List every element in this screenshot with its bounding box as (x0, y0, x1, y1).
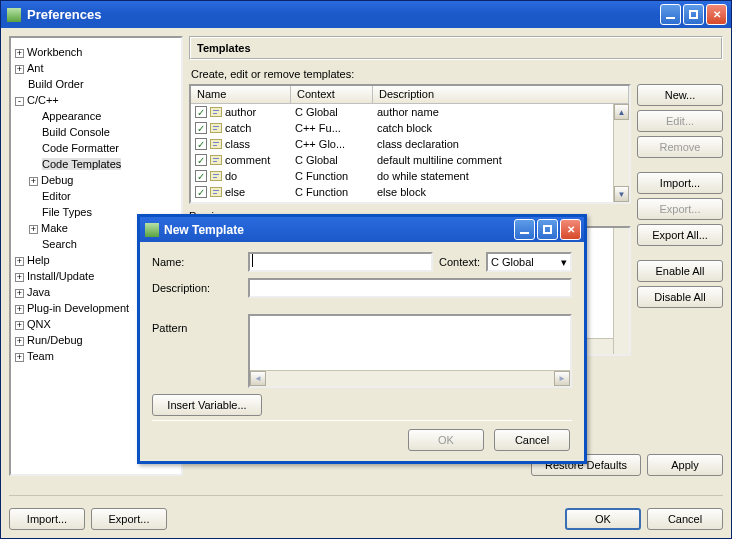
context-select[interactable]: C Global ▾ (486, 252, 572, 272)
export-all-button[interactable]: Export All... (637, 224, 723, 246)
tree-item[interactable]: Java (27, 286, 50, 298)
checkbox[interactable]: ✓ (195, 138, 207, 150)
dialog-cancel-button[interactable]: Cancel (494, 429, 570, 451)
template-description: class declaration (373, 138, 629, 150)
template-context: C++ Fu... (291, 122, 373, 134)
ok-button[interactable]: OK (565, 508, 641, 530)
tree-item[interactable]: Help (27, 254, 50, 266)
pattern-textarea[interactable]: ◄ ► (248, 314, 572, 388)
tree-item[interactable]: Ant (27, 62, 44, 74)
dialog-maximize-button[interactable] (537, 219, 558, 240)
tree-item[interactable]: Team (27, 350, 54, 362)
template-context: C Function (291, 186, 373, 198)
template-icon (210, 123, 222, 133)
context-select-value: C Global (491, 256, 534, 268)
expander-icon[interactable]: + (15, 321, 24, 330)
insert-variable-button[interactable]: Insert Variable... (152, 394, 262, 416)
tree-item[interactable]: Workbench (27, 46, 82, 58)
template-icon (210, 139, 222, 149)
table-row[interactable]: ✓doC Functiondo while statement (191, 168, 629, 184)
tree-item[interactable]: Run/Debug (27, 334, 83, 346)
tree-item[interactable]: Build Console (42, 126, 110, 138)
tree-item[interactable]: QNX (27, 318, 51, 330)
expander-icon[interactable]: + (15, 49, 24, 58)
scroll-left-icon[interactable]: ◄ (250, 371, 266, 386)
templates-table[interactable]: Name Context Description ✓authorC Global… (189, 84, 631, 204)
tree-item[interactable]: Editor (42, 190, 71, 202)
dialog-titlebar: New Template ✕ (140, 217, 584, 242)
export-templates-button[interactable]: Export... (637, 198, 723, 220)
tree-item[interactable]: Install/Update (27, 270, 94, 282)
cancel-button[interactable]: Cancel (647, 508, 723, 530)
table-row[interactable]: ✓commentC Globaldefault multiline commen… (191, 152, 629, 168)
edit-button[interactable]: Edit... (637, 110, 723, 132)
tree-item[interactable]: Code Templates (42, 158, 121, 170)
export-preferences-button[interactable]: Export... (91, 508, 167, 530)
template-name: else (225, 186, 245, 198)
page-subtitle: Create, edit or remove templates: (191, 68, 723, 80)
checkbox[interactable]: ✓ (195, 122, 207, 134)
table-row[interactable]: ✓classC++ Glo...class declaration (191, 136, 629, 152)
template-description: do while statement (373, 170, 629, 182)
expander-icon[interactable]: + (15, 337, 24, 346)
scroll-right-icon[interactable]: ► (554, 371, 570, 386)
dialog-app-icon (145, 223, 159, 237)
apply-button[interactable]: Apply (647, 454, 723, 476)
tree-item[interactable]: Build Order (28, 78, 84, 90)
col-header-context[interactable]: Context (291, 86, 373, 103)
name-input[interactable] (248, 252, 433, 272)
template-name: comment (225, 154, 270, 166)
expander-icon[interactable]: + (15, 65, 24, 74)
disable-all-button[interactable]: Disable All (637, 286, 723, 308)
tree-item[interactable]: Search (42, 238, 77, 250)
template-name: do (225, 170, 237, 182)
expander-icon[interactable]: + (29, 225, 38, 234)
table-scrollbar[interactable]: ▲ ▼ (613, 104, 629, 202)
chevron-down-icon: ▾ (561, 256, 567, 269)
main-titlebar: Preferences ✕ (1, 1, 731, 28)
scroll-down-icon[interactable]: ▼ (614, 186, 629, 202)
remove-button[interactable]: Remove (637, 136, 723, 158)
checkbox[interactable]: ✓ (195, 154, 207, 166)
table-row[interactable]: ✓authorC Globalauthor name (191, 104, 629, 120)
scroll-up-icon[interactable]: ▲ (614, 104, 629, 120)
expander-icon[interactable]: + (29, 177, 38, 186)
pattern-label: Pattern (152, 304, 242, 334)
minimize-button[interactable] (660, 4, 681, 25)
checkbox[interactable]: ✓ (195, 186, 207, 198)
checkbox[interactable]: ✓ (195, 106, 207, 118)
import-templates-button[interactable]: Import... (637, 172, 723, 194)
expander-icon[interactable]: + (15, 257, 24, 266)
tree-item[interactable]: Appearance (42, 110, 101, 122)
tree-item[interactable]: File Types (42, 206, 92, 218)
template-icon (210, 171, 222, 181)
import-preferences-button[interactable]: Import... (9, 508, 85, 530)
expander-icon[interactable]: + (15, 289, 24, 298)
expander-icon[interactable]: + (15, 353, 24, 362)
col-header-name[interactable]: Name (191, 86, 291, 103)
dialog-ok-button[interactable]: OK (408, 429, 484, 451)
table-row[interactable]: ✓catchC++ Fu...catch block (191, 120, 629, 136)
tree-item[interactable]: Debug (41, 174, 73, 186)
dialog-title: New Template (164, 223, 512, 237)
expander-icon[interactable]: - (15, 97, 24, 106)
template-context: C++ Glo... (291, 138, 373, 150)
enable-all-button[interactable]: Enable All (637, 260, 723, 282)
new-button[interactable]: New... (637, 84, 723, 106)
dialog-minimize-button[interactable] (514, 219, 535, 240)
checkbox[interactable]: ✓ (195, 170, 207, 182)
tree-item[interactable]: Make (41, 222, 68, 234)
template-context: C Function (291, 170, 373, 182)
expander-icon[interactable]: + (15, 273, 24, 282)
template-icon (210, 155, 222, 165)
tree-item[interactable]: Code Formatter (42, 142, 119, 154)
close-button[interactable]: ✕ (706, 4, 727, 25)
description-input[interactable] (248, 278, 572, 298)
dialog-close-button[interactable]: ✕ (560, 219, 581, 240)
table-row[interactable]: ✓elseC Functionelse block (191, 184, 629, 200)
tree-item[interactable]: Plug-in Development (27, 302, 129, 314)
maximize-button[interactable] (683, 4, 704, 25)
col-header-description[interactable]: Description (373, 86, 629, 103)
tree-item[interactable]: C/C++ (27, 94, 59, 106)
expander-icon[interactable]: + (15, 305, 24, 314)
